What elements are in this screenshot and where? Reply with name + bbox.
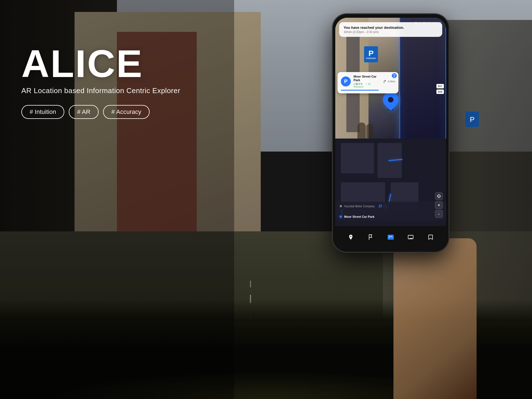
phone-mockup: $17 $18 PARKING P PARKING	[332, 14, 449, 252]
nav-route-from: Hyundai Motor Company ℍ	[340, 204, 442, 208]
nav-connector	[341, 209, 442, 215]
message-icon	[407, 233, 415, 241]
svg-rect-6	[388, 235, 394, 240]
pin-center	[387, 96, 394, 103]
tab-map[interactable]	[387, 233, 395, 241]
parking-rate: ● $17/ h	[354, 83, 363, 85]
location-icon	[347, 233, 355, 241]
parking-icon-circle: P	[341, 76, 351, 86]
parking-availability-bar	[341, 90, 379, 91]
flag-icon	[367, 233, 375, 241]
app-subtitle: AR Location based Information Centric Ex…	[21, 86, 180, 95]
tab-location[interactable]	[347, 233, 355, 241]
tag-list: # Intuition # AR # Accuracy	[21, 105, 180, 119]
app-title: ALICE	[21, 44, 180, 83]
rate-dot: ●	[354, 83, 355, 85]
svg-point-1	[439, 196, 439, 197]
tab-flag[interactable]	[367, 233, 375, 241]
location-center-btn[interactable]	[435, 192, 443, 200]
zoom-in-btn[interactable]: +	[435, 201, 443, 209]
person-2	[366, 124, 373, 139]
parking-card-footer	[341, 90, 395, 91]
hyundai-logo: ℍ	[378, 204, 382, 208]
nav-controls: + -	[435, 192, 443, 218]
nav-from-dot	[340, 205, 342, 207]
zoom-out-btn[interactable]: -	[435, 210, 443, 218]
tab-bookmark[interactable]	[427, 233, 434, 241]
price-17: $17	[436, 84, 444, 88]
dest-title: You have reached your destination.	[344, 25, 438, 30]
parking-card-name: Moor Street Car Park	[354, 75, 380, 82]
nav-labels: Hyundai Motor Company ℍ Moor Street Car …	[335, 202, 446, 221]
parking-distance-area: ↱ 0.05mi	[383, 79, 395, 84]
top-badge: Top 2	[392, 73, 397, 78]
bookmark-icon	[427, 233, 434, 241]
parking-sign-p: P	[369, 50, 374, 57]
tab-message[interactable]	[407, 233, 415, 241]
dest-time: 10min (2:22pm - 2:32 pm)	[344, 30, 438, 34]
map-icon	[387, 233, 395, 241]
parking-card-info: Moor Street Car Park ● $17/ h ✓	[354, 75, 380, 88]
parking-sign-label: PARKING	[366, 57, 376, 59]
left-panel: ALICE AR Location based Information Cent…	[21, 44, 180, 119]
parking-card-details: ● $17/ h ✓ 25 Remains	[354, 83, 380, 88]
map-block-1	[341, 143, 374, 174]
location-pin	[383, 92, 398, 111]
tag-accuracy[interactable]: # Accuracy	[103, 105, 150, 119]
turn-icon: ↱	[383, 79, 387, 84]
person-1	[357, 122, 366, 139]
top-badge-num: 2	[393, 75, 395, 78]
tab-bar	[335, 226, 446, 248]
destination-notification: You have reached your destination. 10min…	[339, 22, 442, 37]
price-signs: $17 $18	[436, 84, 444, 94]
parking-sign: P PARKING	[364, 46, 378, 62]
parking-card-inner: Top 2 P Moor Street Car Park ● $17/ h	[341, 75, 395, 91]
nav-vertical-line	[342, 209, 342, 215]
tag-intuition[interactable]: # Intuition	[21, 105, 64, 119]
spots-icon: ✓	[365, 83, 368, 85]
nav-route-to: Moor Street Car Park	[340, 215, 442, 218]
parking-card[interactable]: Top 2 P Moor Street Car Park ● $17/ h	[337, 72, 398, 93]
tag-ar[interactable]: # AR	[69, 105, 99, 119]
price-18: $18	[436, 89, 444, 94]
svg-point-7	[389, 237, 390, 238]
nav-to-dot	[340, 216, 342, 218]
phone-screen: $17 $18 PARKING P PARKING	[335, 18, 446, 248]
parking-card-header: P Moor Street Car Park ● $17/ h	[341, 75, 395, 88]
parking-distance-value: 0.05mi	[388, 80, 395, 83]
phone-body: $17 $18 PARKING P PARKING	[332, 14, 449, 252]
